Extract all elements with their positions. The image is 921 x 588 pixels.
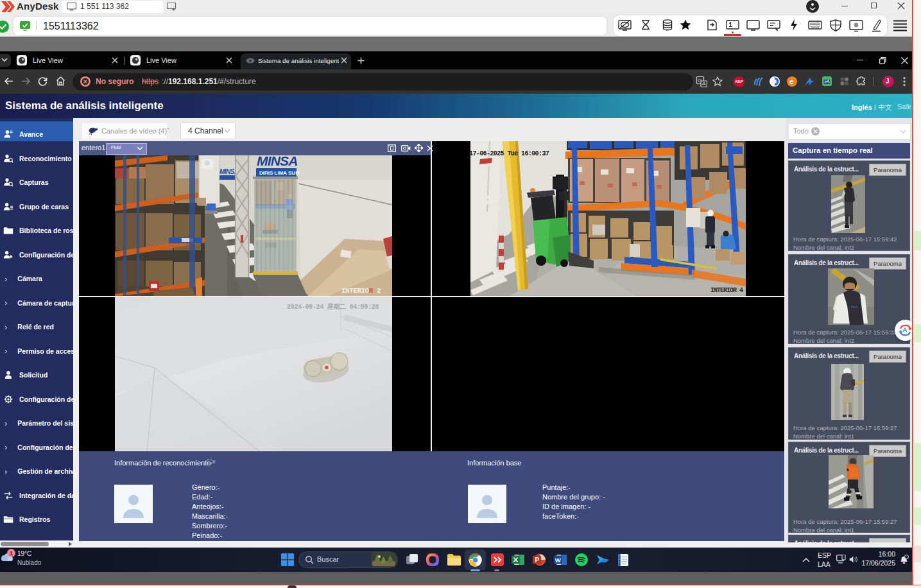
svg-text:DIRIS LIMA SUR: DIRIS LIMA SUR: [259, 170, 299, 176]
svg-text:FILA: FILA: [851, 305, 858, 309]
svg-text:MINSA: MINSA: [257, 153, 298, 168]
svg-text:INTERIOR 2: INTERIOR 2: [341, 287, 381, 295]
svg-text:2024-09-24 星期二 04:59:28: 2024-09-24 星期二 04:59:28: [287, 303, 379, 311]
svg-text:P: P: [535, 557, 540, 564]
svg-text:INTERIOR 4: INTERIOR 4: [710, 287, 743, 294]
svg-text:W: W: [555, 557, 561, 564]
svg-text:17-06-2025 Tue 16:00:37: 17-06-2025 Tue 16:00:37: [470, 150, 549, 157]
